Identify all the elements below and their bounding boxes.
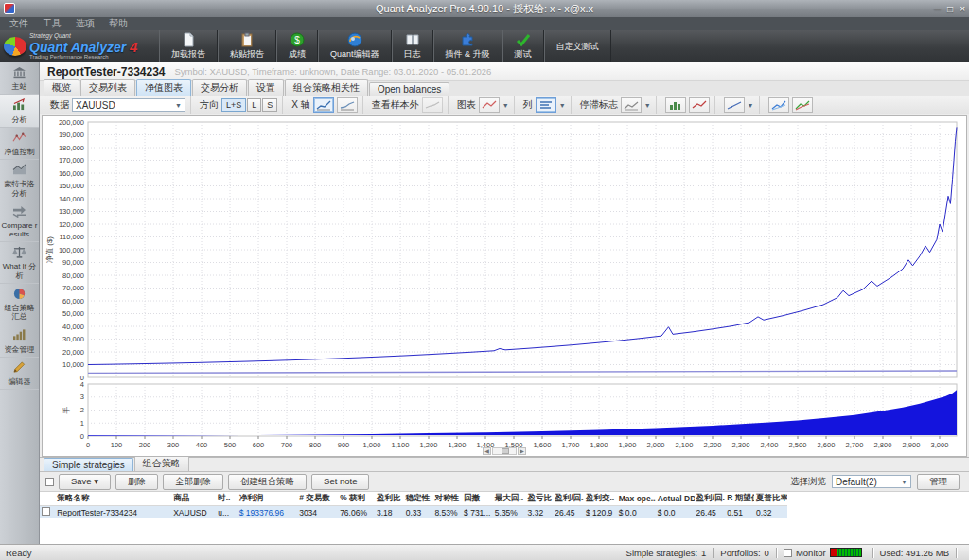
minimize-button[interactable]: ─ [934, 4, 941, 14]
columns-button[interactable] [536, 97, 556, 113]
book-icon [405, 32, 420, 47]
scrollbar-thumb[interactable] [502, 448, 509, 454]
xaxis-trades-button[interactable] [313, 97, 334, 113]
equity-chart[interactable]: 010,00020,00030,00040,00050,00060,00070,… [43, 116, 966, 451]
menu-item-帮助[interactable]: 帮助 [109, 17, 128, 30]
scroll-right-icon[interactable]: ▶ [518, 447, 526, 455]
columns-dropdown-arrow[interactable]: ▼ [559, 102, 566, 109]
monitor-label: Monitor [796, 548, 826, 558]
sidebar-item-主站[interactable]: 主站 [0, 62, 39, 95]
view-select[interactable]: Default(2)▼ [832, 475, 911, 488]
toolbar-button-日志[interactable]: 日志 [392, 30, 433, 62]
sidebar-item-净值控制[interactable]: 净值控制 [0, 128, 39, 160]
svg-text:2,900: 2,900 [903, 441, 921, 449]
stagnation-button[interactable] [621, 97, 642, 113]
line-graph-red-button[interactable] [689, 97, 710, 113]
column-header-盈利-回[interactable]: 盈利/回.. [695, 492, 726, 506]
tab-组合策略相关性[interactable]: 组合策略相关性 [285, 79, 368, 96]
direction-button-l[interactable]: L [247, 98, 261, 112]
column-header-交易数[interactable]: # 交易数 [297, 492, 338, 506]
direction-button-s[interactable]: S [262, 98, 277, 112]
toolbar-button-quant编辑器[interactable]: Quant编辑器 [318, 30, 392, 62]
menu-item-工具[interactable]: 工具 [43, 17, 62, 30]
cell-盈利-回: 26.45 [695, 506, 726, 519]
column-header-稳定性[interactable]: 稳定性 [404, 492, 433, 506]
sidebar-item-what-if-分析[interactable]: What If 分析 [0, 242, 39, 284]
column-header-夏普比率[interactable]: 夏普比率 [754, 492, 787, 506]
strategy-button-set-note[interactable]: Set note [311, 474, 369, 490]
stagnation-dropdown-arrow[interactable]: ▼ [644, 102, 651, 109]
svg-text:90,000: 90,000 [62, 258, 84, 267]
scroll-left-icon[interactable]: ◀ [483, 447, 491, 455]
multiline-green-button[interactable] [792, 97, 813, 113]
column-header-商品[interactable]: 商品 [171, 492, 216, 506]
oos-toggle-button[interactable] [422, 97, 443, 113]
column-header-策略名称[interactable]: 策略名称 [55, 492, 171, 506]
toolbar-button-粘贴报告[interactable]: 粘贴报告 [218, 30, 276, 62]
data-select[interactable]: XAUUSD▼ [72, 98, 185, 112]
select-all-checkbox[interactable] [45, 478, 54, 486]
row-checkbox[interactable] [42, 507, 50, 516]
sidebar-item-分析[interactable]: 分析 [0, 95, 39, 127]
table-row[interactable]: ReportTester-7334234XAUUSDu...$ 193376.9… [40, 506, 787, 519]
strategy-button-删除[interactable]: 删除 [115, 474, 158, 490]
svg-text:$: $ [294, 35, 300, 45]
svg-text:3,000: 3,000 [931, 441, 949, 449]
column-header-盈利交[interactable]: 盈利交.. [584, 492, 617, 506]
svg-text:0: 0 [86, 441, 90, 449]
column-header-actual-dd[interactable]: Actual DD [656, 492, 695, 506]
toolbar-button-加载报告[interactable]: 加载报告 [159, 30, 218, 62]
chart-scrollbar[interactable]: ◀ ▶ [483, 447, 526, 455]
column-header-对称性[interactable]: 对称性 [432, 492, 462, 506]
strategy-button-全部删除[interactable]: 全部删除 [163, 474, 223, 490]
column-header-盈利-回[interactable]: 盈利/回.. [553, 492, 584, 506]
column-header-盈亏比[interactable]: 盈亏比 [526, 492, 554, 506]
tab-open-balances[interactable]: Open balances [369, 82, 449, 96]
column-header-最大回[interactable]: 最大回.. [493, 492, 526, 506]
strategy-button-创建组合策略[interactable]: 创建组合策略 [228, 474, 307, 490]
tab-概览[interactable]: 概览 [44, 79, 79, 96]
clipboard-icon [239, 32, 255, 47]
bar-graph-button[interactable] [665, 97, 686, 113]
toolbar-button-label: 成绩 [289, 48, 306, 61]
sidebar-item-蒙特卡洛分析[interactable]: 蒙特卡洛分析 [0, 160, 39, 201]
toolbar-button-成绩[interactable]: $成绩 [276, 30, 318, 62]
direction-button-l-s[interactable]: L+S [221, 98, 246, 112]
toolbar-button-插件-升级[interactable]: 插件 & 升级 [433, 30, 502, 62]
sidebar-item-组合策略汇总[interactable]: 组合策略汇总 [0, 284, 39, 325]
tab-交易分析[interactable]: 交易分析 [192, 79, 247, 96]
strategies-tab-simple-strategies[interactable]: Simple strategies [44, 458, 133, 471]
manage-views-button[interactable]: 管理 [917, 474, 960, 490]
combined-dropdown-arrow[interactable]: ▼ [748, 102, 754, 109]
graphs-dropdown-arrow[interactable]: ▼ [502, 102, 509, 109]
sidebar-item-compare-results[interactable]: Compare results [0, 201, 39, 243]
svg-text:140,000: 140,000 [59, 195, 84, 203]
graphs-button[interactable] [479, 97, 500, 113]
svg-text:2,100: 2,100 [676, 441, 694, 449]
column-header-时[interactable]: 时.. [216, 492, 238, 506]
column-header-获利[interactable]: % 获利 [338, 492, 375, 506]
tab-设置[interactable]: 设置 [248, 79, 284, 96]
column-header-回撤[interactable]: 回撤 [462, 492, 493, 506]
xaxis-time-button[interactable] [337, 97, 358, 113]
column-header-盈利比[interactable]: 盈利比 [375, 492, 404, 506]
strategies-tab-组合策略[interactable]: 组合策略 [134, 455, 189, 471]
column-header-max-ope[interactable]: Max ope... [617, 492, 656, 506]
sidebar-item-编辑器[interactable]: 编辑器 [0, 358, 39, 390]
close-button[interactable]: × [960, 4, 965, 14]
column-header-r-期望值[interactable]: R 期望值 [725, 492, 754, 506]
sidebar-item-资金管理[interactable]: 资金管理 [0, 324, 39, 357]
menu-item-选项[interactable]: 选项 [76, 17, 95, 30]
toolbar-button-自定义测试[interactable]: 自定义测试 [544, 30, 611, 62]
logo-main-text: Quant Analyzer 4 [29, 40, 137, 54]
toolbar-button-测试[interactable]: 测试 [502, 30, 544, 62]
tab-净值图表[interactable]: 净值图表 [136, 79, 191, 96]
strategy-button-save[interactable]: Save ▾ [59, 474, 111, 490]
multiline-blue-button[interactable] [768, 97, 789, 113]
column-header-净利润[interactable]: 净利润 [238, 492, 297, 506]
tab-交易列表[interactable]: 交易列表 [80, 79, 135, 96]
menu-item-文件[interactable]: 文件 [9, 17, 28, 30]
monitor-checkbox[interactable] [784, 549, 792, 557]
combined-graph-button[interactable] [724, 97, 745, 113]
maximize-button[interactable]: □ [947, 4, 953, 14]
